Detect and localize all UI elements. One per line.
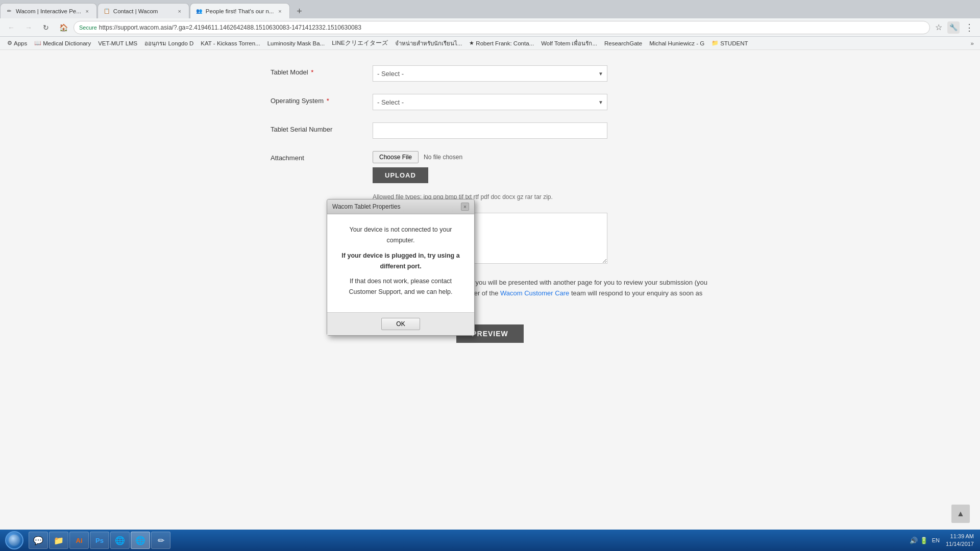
dialog-overlay: Wacom Tablet Properties × Your device is… bbox=[0, 0, 980, 551]
dialog-close-button[interactable]: × bbox=[461, 203, 469, 211]
dialog-message-1: Your device is not connected to your com… bbox=[339, 224, 462, 246]
dialog-ok-button[interactable]: OK bbox=[381, 318, 420, 330]
dialog-title-bar: Wacom Tablet Properties × bbox=[327, 199, 474, 214]
dialog-title: Wacom Tablet Properties bbox=[332, 203, 400, 210]
dialog-body: Your device is not connected to your com… bbox=[327, 214, 474, 312]
wacom-properties-dialog: Wacom Tablet Properties × Your device is… bbox=[327, 199, 475, 336]
dialog-message-3: If that does not work, please contact Cu… bbox=[339, 276, 462, 298]
dialog-message-2: If your device is plugged in, try using … bbox=[339, 251, 462, 272]
dialog-footer: OK bbox=[327, 312, 474, 335]
